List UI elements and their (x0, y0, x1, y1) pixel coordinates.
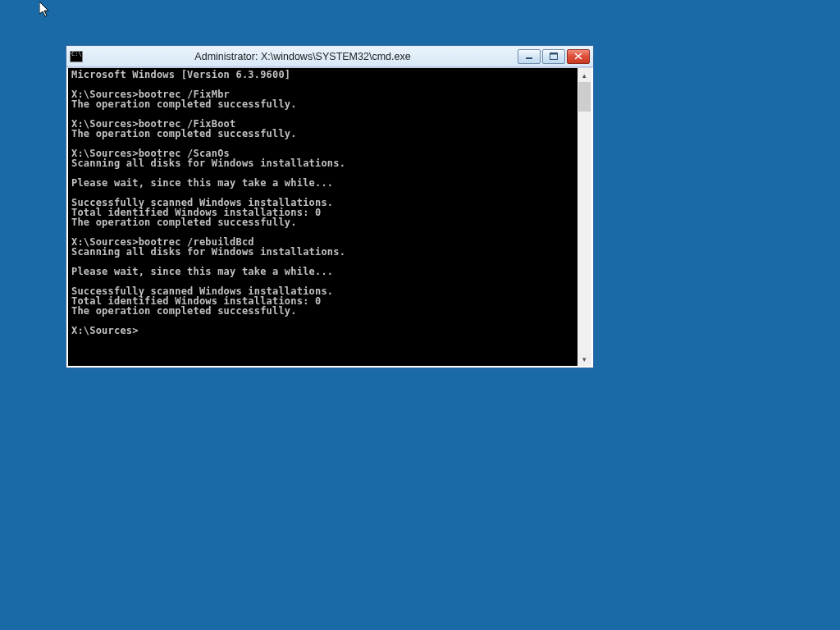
window-controls (518, 49, 590, 64)
minimize-button[interactable] (518, 49, 541, 64)
console-body: Microsoft Windows [Version 6.3.9600] X:\… (66, 67, 593, 368)
cmd-window: C:\. Administrator: X:\windows\SYSTEM32\… (66, 45, 594, 368)
cmd-icon: C:\. (70, 51, 83, 62)
scroll-up-arrow[interactable]: ▴ (578, 68, 591, 82)
maximize-button[interactable] (542, 49, 565, 64)
scroll-thumb[interactable] (578, 82, 591, 112)
svg-rect-0 (526, 57, 532, 59)
svg-rect-2 (550, 53, 558, 55)
scroll-track[interactable] (578, 82, 591, 352)
window-title: Administrator: X:\windows\SYSTEM32\cmd.e… (88, 51, 518, 62)
mouse-cursor (39, 2, 52, 18)
vertical-scrollbar[interactable]: ▴ ▾ (578, 68, 591, 366)
close-button[interactable] (567, 49, 590, 64)
console-output[interactable]: Microsoft Windows [Version 6.3.9600] X:\… (68, 68, 578, 366)
scroll-down-arrow[interactable]: ▾ (578, 352, 591, 366)
titlebar[interactable]: C:\. Administrator: X:\windows\SYSTEM32\… (66, 46, 593, 67)
